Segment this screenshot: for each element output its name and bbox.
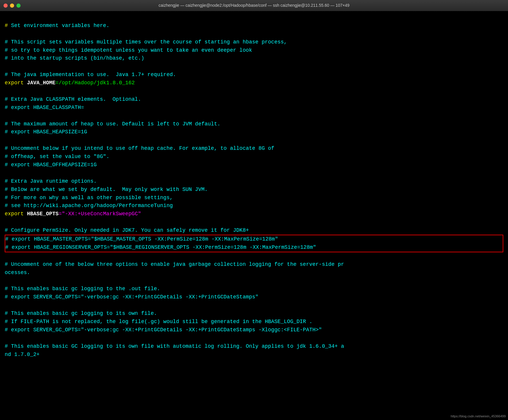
terminal-line: # Configure PermSize. Only needed in JDK… xyxy=(5,226,503,235)
terminal-line xyxy=(5,301,503,310)
terminal-line xyxy=(5,334,503,342)
url-bar: https://blog.csdn.net/weixin_45366499 xyxy=(451,414,506,419)
terminal-line: # Below are what we set by default. May … xyxy=(5,186,503,194)
terminal-line: # export SERVER_GC_OPTS="-verbose:gc -XX… xyxy=(5,326,503,334)
terminal-line: # offheap, set the value to "8G". xyxy=(5,153,503,161)
terminal-line: # export HBASE_HEAPSIZE=1G xyxy=(5,128,503,136)
terminal-line xyxy=(5,169,503,177)
maximize-button[interactable] xyxy=(16,4,21,8)
terminal-line: nd 1.7.0_2+ xyxy=(5,351,503,359)
terminal-line: export HBASE_OPTS="-XX:+UseConcMarkSweep… xyxy=(5,210,503,218)
terminal-line: # Extra Java CLASSPATH elements. Optiona… xyxy=(5,95,503,104)
terminal-line: # export HBASE_CLASSPATH= xyxy=(5,104,503,112)
terminal-line xyxy=(5,63,503,71)
terminal-line xyxy=(5,112,503,120)
terminal-line: # export HBASE_MASTER_OPTS="$HBASE_MASTE… xyxy=(5,235,503,243)
terminal-line: # Uncomment one of the below three optio… xyxy=(5,261,503,269)
terminal-line xyxy=(5,30,503,38)
close-button[interactable] xyxy=(4,4,8,8)
terminal-line xyxy=(5,277,503,285)
title-bar: caizhengjie — caizhengjie@node2:/opt/Had… xyxy=(0,0,508,11)
terminal-line xyxy=(5,218,503,226)
terminal-line: # Set environment variables here. xyxy=(5,22,503,30)
terminal-line xyxy=(5,252,503,261)
terminal-line xyxy=(5,87,503,95)
terminal-line: # This enables basic gc logging to its o… xyxy=(5,310,503,318)
terminal-line: # This enables basic GC logging to its o… xyxy=(5,342,503,351)
terminal-line: # Uncomment below if you intend to use o… xyxy=(5,145,503,153)
terminal-content: # Set environment variables here. # This… xyxy=(0,11,508,361)
terminal-line: # see http://wiki.apache.org/hadoop/Perf… xyxy=(5,202,503,210)
terminal-line: # The maximum amount of heap to use. Def… xyxy=(5,120,503,128)
terminal-line: # into the startup scripts (bin/hbase, e… xyxy=(5,54,503,63)
terminal-line: # This script sets variables multiple ti… xyxy=(5,38,503,46)
terminal-line: # If FILE-PATH is not replaced, the log … xyxy=(5,318,503,326)
terminal-line: # export HBASE_OFFHEAPSIZE=1G xyxy=(5,161,503,169)
terminal-line: export JAVA_HOME=/opt/Hadoop/jdk1.8.0_16… xyxy=(5,79,503,87)
terminal-line xyxy=(5,136,503,145)
terminal-line: # export SERVER_GC_OPTS="-verbose:gc -XX… xyxy=(5,293,503,301)
terminal-line: # The java implementation to use. Java 1… xyxy=(5,71,503,79)
terminal-line: # Extra Java runtime options. xyxy=(5,177,503,186)
window-title: caizhengjie — caizhengjie@node2:/opt/Had… xyxy=(159,2,349,9)
minimize-button[interactable] xyxy=(10,4,14,8)
terminal-line: # This enables basic gc logging to the .… xyxy=(5,285,503,293)
terminal-line: ocesses. xyxy=(5,269,503,277)
terminal-line: # so try to keep things idempotent unles… xyxy=(5,46,503,55)
terminal-line: # export HBASE_REGIONSERVER_OPTS="$HBASE… xyxy=(5,243,503,252)
terminal-line: # For more on why as well as other possi… xyxy=(5,194,503,202)
window-controls xyxy=(4,4,21,8)
